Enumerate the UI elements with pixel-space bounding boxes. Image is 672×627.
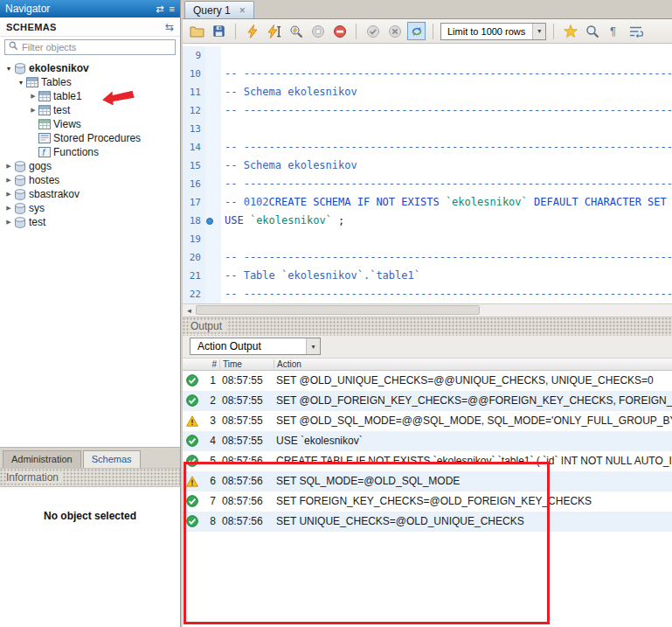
tree-item-functions[interactable]: fFunctions (0, 145, 180, 159)
tree-item-views[interactable]: Views (0, 117, 180, 131)
tree-item-tables[interactable]: ▼Tables (0, 75, 180, 89)
code-line[interactable]: 19 (183, 230, 672, 248)
stop-icon[interactable] (308, 22, 327, 40)
output-row[interactable]: 308:57:55SET @OLD_SQL_MODE=@@SQL_MODE, S… (183, 411, 672, 431)
success-icon (183, 515, 202, 527)
output-row[interactable]: 808:57:56SET UNIQUE_CHECKS=@OLD_UNIQUE_C… (183, 512, 672, 532)
code-line[interactable]: 10-- -----------------------------------… (183, 65, 672, 83)
save-script-icon[interactable] (210, 22, 228, 40)
marker-margin (205, 267, 221, 285)
code-line[interactable]: 20-- -----------------------------------… (183, 248, 672, 267)
tab-administration[interactable]: Administration (3, 450, 81, 468)
information-label: Information (6, 471, 62, 484)
rollback-icon[interactable] (385, 22, 404, 40)
expander-closed-icon[interactable]: ▶ (3, 219, 14, 226)
open-script-icon[interactable] (188, 22, 206, 40)
expander-closed-icon[interactable]: ▶ (3, 177, 14, 184)
tab-query-1[interactable]: Query 1 × (184, 1, 254, 18)
code-text: USE `ekolesnikov` ; (221, 212, 344, 230)
scrollbar-thumb[interactable] (196, 305, 480, 315)
limit-rows-dropdown[interactable]: Limit to 1000 rows ▾ (440, 23, 546, 40)
explain-icon[interactable] (287, 22, 305, 40)
code-line[interactable]: 16-- -----------------------------------… (183, 175, 672, 193)
row-action: SET SQL_MODE=@OLD_SQL_MODE (274, 475, 672, 487)
output-view-selector[interactable]: Action Output ▾ (190, 338, 321, 355)
line-number: 9 (183, 46, 205, 65)
scroll-left-icon[interactable]: ◂ (183, 306, 196, 315)
tree-item-label: ekolesnikov (29, 62, 89, 74)
tree-item-test[interactable]: ▶test (0, 103, 180, 117)
expander-closed-icon[interactable]: ▶ (28, 93, 38, 100)
expander-closed-icon[interactable]: ▶ (3, 205, 14, 212)
filter-objects-input[interactable]: Filter objects (4, 39, 176, 55)
toolbar-right-group: ¶ (550, 22, 645, 40)
svg-text:¶: ¶ (610, 24, 616, 38)
panel-dock-icon[interactable]: ⇄ (156, 3, 163, 15)
expander-closed-icon[interactable]: ▶ (3, 163, 14, 170)
expander-open-icon[interactable]: ▼ (16, 80, 26, 86)
code-line[interactable]: 13 (183, 120, 672, 138)
invisibles-icon[interactable]: ¶ (605, 22, 623, 40)
editor-hscrollbar[interactable]: ◂ (183, 303, 672, 317)
output-row[interactable]: 608:57:56SET SQL_MODE=@OLD_SQL_MODE (183, 471, 672, 491)
marker-margin (205, 101, 221, 120)
output-row[interactable]: 108:57:55SET @OLD_UNIQUE_CHECKS=@@UNIQUE… (183, 371, 672, 391)
wrap-text-icon[interactable] (627, 22, 645, 40)
commit-icon[interactable] (364, 22, 382, 40)
toolbar-separator (235, 24, 236, 39)
row-index: 5 (202, 455, 219, 467)
refresh-schemas-icon[interactable]: ⇆ (165, 21, 174, 33)
panel-menu-icon[interactable]: ≡ (170, 3, 175, 14)
execute-icon[interactable] (243, 22, 261, 40)
chevron-down-icon: ▾ (532, 24, 545, 39)
column-header-index[interactable]: # (202, 359, 219, 369)
marker-margin (205, 46, 221, 65)
line-number: 15 (183, 157, 205, 175)
beautify-icon[interactable] (561, 22, 579, 40)
code-line[interactable]: 15-- Schema ekolesnikov (183, 157, 672, 175)
code-line[interactable]: 9 (183, 46, 672, 65)
toggle-autocommit-icon[interactable] (407, 22, 426, 40)
toggle-stop-on-error-icon[interactable] (330, 22, 349, 40)
output-row[interactable]: 208:57:55SET @OLD_FOREIGN_KEY_CHECKS=@@F… (183, 391, 672, 411)
column-header-action[interactable]: Action (274, 359, 672, 369)
row-time: 08:57:56 (219, 475, 274, 487)
tree-item-label: gogs (29, 160, 52, 172)
output-rows: 108:57:55SET @OLD_UNIQUE_CHECKS=@@UNIQUE… (183, 371, 672, 627)
functions-icon: f (38, 147, 53, 157)
tree-item-test[interactable]: ▶test (0, 215, 180, 229)
tree-item-sbastrakov[interactable]: ▶sbastrakov (0, 187, 180, 201)
code-line[interactable]: 21-- Table `ekolesnikov`.`table1` (183, 267, 672, 285)
sql-code-editor[interactable]: 910-- ----------------------------------… (183, 44, 672, 303)
expander-closed-icon[interactable]: ▶ (3, 191, 14, 198)
code-line[interactable]: 14-- -----------------------------------… (183, 138, 672, 157)
code-text (221, 230, 225, 248)
expander-closed-icon[interactable]: ▶ (28, 107, 38, 114)
code-line[interactable]: 11-- Schema ekolesnikov (183, 83, 672, 101)
output-row[interactable]: 408:57:55USE `ekolesnikov` (183, 431, 672, 451)
code-line[interactable]: 17-- 0102CREATE SCHEMA IF NOT EXISTS `ek… (183, 193, 672, 212)
execute-current-icon[interactable] (265, 22, 283, 40)
tree-item-hostes[interactable]: ▶hostes (0, 173, 180, 187)
code-line[interactable]: 22-- -----------------------------------… (183, 285, 672, 303)
tree-item-label: Stored Procedures (53, 132, 141, 144)
find-icon[interactable] (583, 22, 601, 40)
tree-item-sys[interactable]: ▶sys (0, 201, 180, 215)
query-tab-label: Query 1 (193, 4, 231, 17)
close-tab-icon[interactable]: × (239, 5, 246, 16)
tree-item-gogs[interactable]: ▶gogs (0, 159, 180, 173)
tree-item-ekolesnikov[interactable]: ▼ekolesnikov (0, 61, 180, 75)
output-row[interactable]: 508:57:56CREATE TABLE IF NOT EXISTS `eko… (183, 451, 672, 471)
expander-open-icon[interactable]: ▼ (3, 66, 14, 72)
output-row[interactable]: 708:57:56SET FOREIGN_KEY_CHECKS=@OLD_FOR… (183, 491, 672, 512)
tables-folder-icon (26, 77, 41, 87)
code-line[interactable]: 18USE `ekolesnikov` ; (183, 212, 672, 230)
information-section-header: Information (0, 468, 180, 487)
column-header-time[interactable]: Time (219, 359, 274, 369)
toolbar-separator (553, 24, 554, 39)
code-line[interactable]: 12-- -----------------------------------… (183, 101, 672, 120)
tree-item-table1[interactable]: ▶table1 (0, 89, 180, 103)
marker-margin (205, 285, 221, 303)
tree-item-stored-procedures[interactable]: Stored Procedures (0, 131, 180, 145)
tab-schemas[interactable]: Schemas (83, 450, 141, 468)
